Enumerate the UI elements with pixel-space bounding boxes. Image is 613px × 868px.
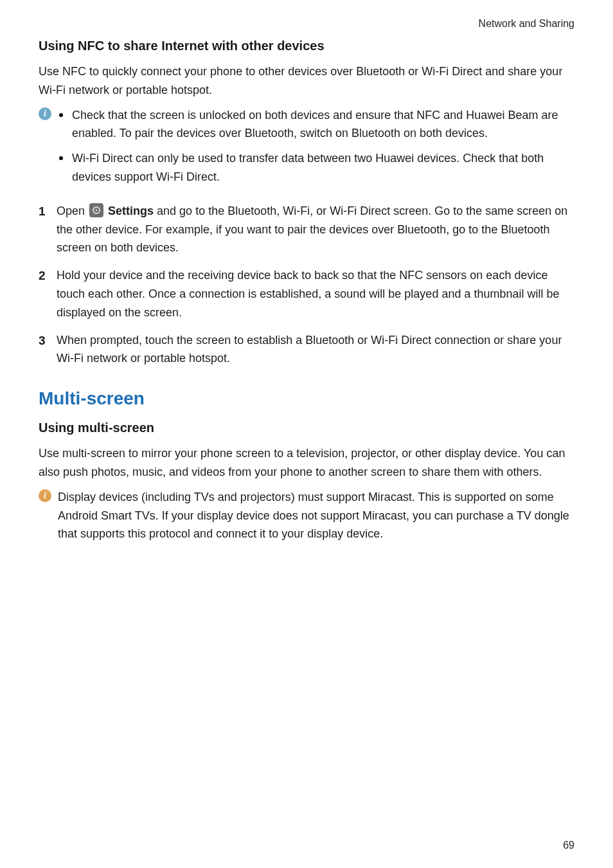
step-number: 2 xyxy=(39,266,57,285)
step-number: 1 xyxy=(39,202,57,221)
info-icon: i xyxy=(39,107,51,120)
svg-point-1 xyxy=(95,209,97,211)
steps-list: 1 Open Settings and go to the Bluetooth,… xyxy=(39,202,574,368)
subsection-title-nfc: Using NFC to share Internet with other d… xyxy=(39,39,574,53)
note-bullet-item: Wi-Fi Direct can only be used to transfe… xyxy=(58,149,574,186)
intro-paragraph-nfc: Use NFC to quickly connect your phone to… xyxy=(39,62,574,100)
step-body: When prompted, touch the screen to estab… xyxy=(57,331,574,368)
step-number: 3 xyxy=(39,331,57,350)
info-icon: i xyxy=(39,489,51,502)
step-item: 2 Hold your device and the receiving dev… xyxy=(39,266,574,321)
step-body: Hold your device and the receiving devic… xyxy=(57,266,574,321)
note-text: Display devices (including TVs and proje… xyxy=(58,488,574,543)
section-heading-multiscreen: Multi-screen xyxy=(39,388,574,409)
step-item: 1 Open Settings and go to the Bluetooth,… xyxy=(39,202,574,257)
page-number: 69 xyxy=(563,840,574,851)
section-header: Network and Sharing xyxy=(39,18,574,30)
intro-paragraph-multiscreen: Use multi-screen to mirror your phone sc… xyxy=(39,444,574,482)
step-text: Open xyxy=(57,204,88,217)
settings-app-icon xyxy=(89,203,103,217)
step-body: Open Settings and go to the Bluetooth, W… xyxy=(57,202,574,257)
step-item: 3 When prompted, touch the screen to est… xyxy=(39,331,574,368)
info-note-nfc: i Check that the screen is unlocked on b… xyxy=(39,106,574,193)
settings-label: Settings xyxy=(108,204,154,217)
note-bullet-list: Check that the screen is unlocked on bot… xyxy=(58,106,574,186)
note-bullet-item: Check that the screen is unlocked on bot… xyxy=(58,106,574,143)
subsection-title-multiscreen: Using multi-screen xyxy=(39,420,574,435)
info-note-multiscreen: i Display devices (including TVs and pro… xyxy=(39,488,574,543)
